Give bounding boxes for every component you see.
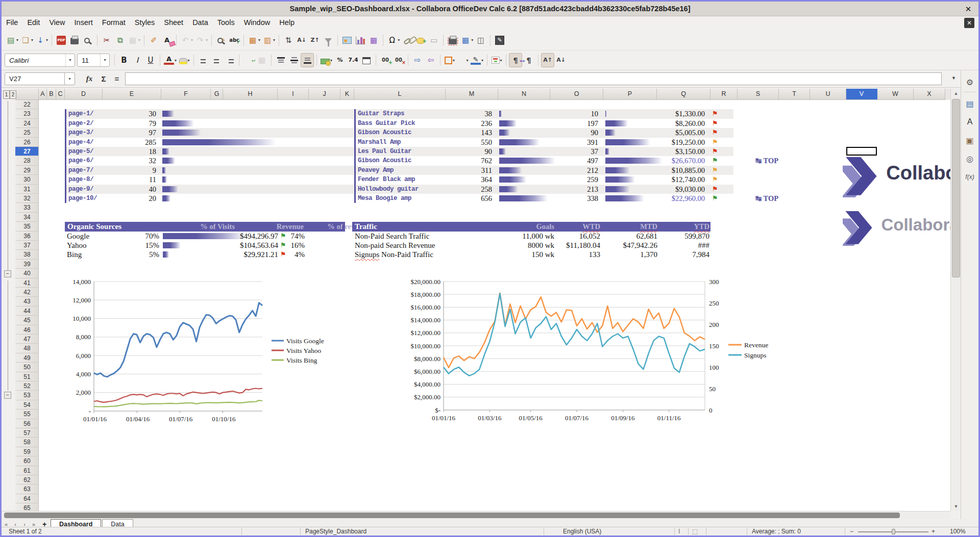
increase-indent-button[interactable]: ⇨ [411, 53, 424, 67]
row-header-59[interactable]: 59 [15, 447, 39, 456]
font-name-dropdown-icon[interactable]: ▾ [65, 54, 75, 66]
column-header-R[interactable]: R [710, 89, 738, 100]
product-revenue[interactable]: $3,150.00 [651, 147, 705, 156]
page-visits[interactable]: 79 [103, 119, 156, 128]
product-revenue[interactable]: $12,740.00 [651, 175, 705, 184]
redo-button[interactable]: ↷▾ [194, 33, 209, 47]
row-header-49[interactable]: 49 [15, 353, 39, 363]
row-header-48[interactable]: 48 [15, 344, 39, 353]
product-units[interactable]: 364 [447, 175, 492, 184]
scroll-up-icon[interactable]: ▲ [951, 89, 961, 98]
product-revenue[interactable]: $1,330.00 [651, 109, 705, 118]
row-header-40[interactable]: 40 [15, 269, 39, 278]
product-conversions[interactable]: 212 [554, 166, 598, 175]
row-header-30[interactable]: 30 [15, 175, 39, 184]
product-revenue[interactable]: $5,005.00 [651, 128, 705, 137]
column-header-D[interactable]: D [65, 89, 103, 100]
product-conversions[interactable]: 37 [554, 147, 598, 156]
horizontal-scrollbar-thumb[interactable] [4, 513, 900, 518]
row-header-32[interactable]: 32 [15, 194, 39, 203]
sort-descending-button[interactable]: Z↑ [308, 33, 322, 47]
product-name[interactable]: Peavey Amp [358, 166, 394, 175]
page-name[interactable]: page-3/ [68, 128, 93, 137]
sidebar-settings-icon[interactable]: ⚙ [961, 74, 978, 90]
navigator-icon[interactable]: ◎ [961, 151, 978, 166]
row-header-65[interactable]: 65 [15, 503, 39, 511]
undo-button[interactable]: ↶▾ [179, 33, 194, 47]
product-conversions[interactable]: 338 [554, 194, 598, 203]
column-header-Q[interactable]: Q [657, 89, 710, 100]
column-header-V[interactable]: V [846, 89, 877, 100]
product-name[interactable]: Bass Guitar Pick [358, 119, 415, 128]
product-units[interactable]: 656 [447, 194, 492, 203]
sort-ascending-button[interactable]: A↓ [295, 33, 308, 47]
row-header-57[interactable]: 57 [15, 428, 39, 438]
row-header-31[interactable]: 31 [15, 185, 39, 194]
row-header-61[interactable]: 61 [15, 466, 39, 475]
highlight-color-dropdown-icon[interactable]: ▾ [188, 58, 190, 63]
date-format-button[interactable] [360, 53, 373, 67]
page-name[interactable]: page-6/ [68, 156, 93, 165]
align-left-button[interactable] [197, 53, 210, 67]
page-visits[interactable]: 30 [103, 109, 156, 118]
traffic-mtd[interactable]: $47,942.26 [601, 241, 657, 250]
row-group-collapse-button[interactable]: − [4, 392, 11, 399]
traffic-mtd[interactable]: 62,681 [601, 232, 657, 241]
open-file-dropdown-icon[interactable]: ▾ [31, 38, 33, 42]
row-header-25[interactable]: 25 [15, 128, 39, 137]
page-name[interactable]: page-5/ [68, 147, 93, 156]
bold-button[interactable]: B [117, 53, 131, 67]
product-units[interactable]: 762 [447, 156, 492, 165]
column-header-P[interactable]: P [603, 89, 657, 100]
row-header-60[interactable]: 60 [15, 456, 39, 466]
product-name[interactable]: Hollowbody guitar [358, 185, 419, 194]
row-group-collapse-button[interactable]: − [4, 270, 11, 277]
page-visits[interactable]: 11 [103, 175, 156, 184]
merge-cells-button[interactable]: ▦ [255, 53, 268, 67]
traffic-ytd[interactable]: 599,870 [664, 232, 709, 241]
product-revenue[interactable]: $8,260.00 [651, 119, 705, 128]
autofilter-button[interactable] [322, 33, 335, 47]
row-header-37[interactable]: 37 [15, 241, 39, 250]
page-visits[interactable]: 97 [103, 128, 156, 137]
column-header-C[interactable]: C [56, 89, 65, 100]
organic-source-pct[interactable]: 70% [118, 232, 159, 241]
font-color-button[interactable]: A▾ [163, 53, 178, 67]
zoom-level[interactable]: 100% [950, 528, 966, 535]
conditional-formatting-dropdown-icon[interactable]: ▾ [500, 58, 502, 63]
row-header-34[interactable]: 34 [15, 213, 39, 222]
text-direction-ltr-button[interactable]: A↑ [541, 53, 554, 67]
traffic-mtd[interactable]: 1,370 [601, 250, 657, 259]
delete-decimal-button[interactable]: 00 [392, 53, 405, 67]
row-header-58[interactable]: 58 [15, 438, 39, 447]
product-name[interactable]: Les Paul Guitar [358, 147, 411, 156]
page-name[interactable]: page-2/ [68, 119, 93, 128]
product-revenue[interactable]: $19,250.00 [651, 138, 705, 147]
product-units[interactable]: 258 [447, 185, 492, 194]
product-units[interactable]: 90 [447, 147, 492, 156]
row-header-28[interactable]: 28 [15, 156, 39, 165]
border-style-dropdown-icon[interactable]: ▾ [467, 58, 469, 63]
organic-source-name[interactable]: Yahoo [67, 241, 87, 250]
row-header-43[interactable]: 43 [15, 297, 39, 306]
text-direction-ttb-button[interactable]: A↓ [554, 53, 568, 67]
print-area-button[interactable] [446, 33, 459, 47]
organic-revenue[interactable]: $104,563.64 [212, 241, 278, 250]
font-size-dropdown-icon[interactable]: ▾ [100, 54, 109, 66]
outline-level-2-button[interactable]: 2 [10, 90, 16, 99]
product-conversions[interactable]: 391 [554, 138, 598, 147]
open-file-button[interactable]: ❏▾ [19, 33, 34, 47]
borders-button[interactable]: ▾ [443, 53, 456, 67]
horizontal-scrollbar[interactable] [2, 511, 950, 519]
row-header-45[interactable]: 45 [15, 316, 39, 325]
menu-window[interactable]: Window [239, 16, 275, 29]
row-header-51[interactable]: 51 [15, 372, 39, 381]
font-color-dropdown-icon[interactable]: ▾ [175, 58, 177, 63]
row-header-62[interactable]: 62 [15, 475, 39, 484]
column-header-L[interactable]: L [354, 89, 446, 100]
column-header-X[interactable]: X [914, 89, 945, 100]
column-header-F[interactable]: F [161, 89, 211, 100]
traffic-wtd[interactable]: $11,180.04 [549, 241, 600, 250]
vertical-scrollbar-thumb[interactable] [952, 99, 960, 277]
organic-share[interactable]: 16% [279, 241, 305, 250]
